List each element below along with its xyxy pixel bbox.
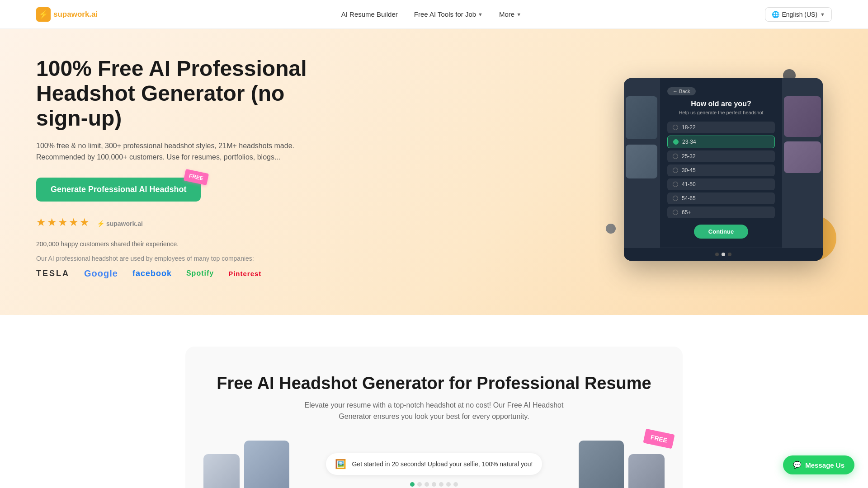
free-badge-section2: FREE [643, 428, 675, 449]
person-image [784, 96, 821, 137]
nav-links: AI Resume Builder Free AI Tools for Job … [335, 7, 528, 22]
progress-dot [446, 482, 451, 487]
logo[interactable]: ⚡ supawork.ai [36, 7, 98, 22]
google-logo: Google [84, 268, 118, 279]
nav-more[interactable]: More ▼ [493, 7, 528, 22]
decorative-circle-gray-bottom [606, 224, 616, 234]
chevron-down-icon: ▼ [820, 12, 825, 17]
chevron-down-icon: ▼ [478, 12, 483, 17]
age-options: 18-22 23-34 25-32 30-45 [667, 122, 775, 218]
navbar: ⚡ supawork.ai AI Resume Builder Free AI … [0, 0, 868, 29]
star-icon: ★ [36, 216, 46, 229]
left-profile-images [203, 441, 289, 488]
progress-dot [417, 482, 422, 487]
hero-section: 100% Free AI Professional Headshot Gener… [0, 29, 868, 315]
brand-logos: TESLA Google facebook Spotify Pinterest [36, 268, 326, 279]
happy-customers-text: 200,000 happy customers shared their exp… [36, 240, 326, 248]
step-info: 🖼️ Get started in 20 seconds! Upload you… [307, 453, 561, 487]
dot-indicator [722, 253, 725, 256]
dot-indicator [728, 253, 731, 256]
radio-icon [673, 154, 678, 159]
question-title: How old are you? [691, 100, 751, 108]
profile-image [628, 454, 665, 488]
back-button[interactable]: ← Back [667, 87, 696, 95]
logo-icon: ⚡ [36, 7, 51, 22]
radio-icon [673, 182, 678, 187]
app-mockup: ← Back How old are you? Help us generate… [624, 78, 823, 261]
star-rating: ★ ★ ★ ★ ★ [36, 216, 90, 229]
globe-icon: 🌐 [772, 11, 779, 18]
section2-title: Free AI Headshot Generator for Professio… [203, 374, 665, 393]
tesla-logo: TESLA [36, 269, 70, 278]
whatsapp-message-button[interactable]: 💬 Message Us [783, 455, 854, 474]
right-profile-images: FREE [579, 441, 665, 488]
spotify-logo: Spotify [186, 269, 214, 277]
generate-cta-button[interactable]: Generate Professional AI Headshot [36, 178, 201, 202]
radio-icon [673, 210, 678, 215]
section2: Free AI Headshot Generator for Professio… [0, 315, 868, 488]
age-option-54[interactable]: 54-65 [667, 192, 775, 204]
nav-resume-builder[interactable]: AI Resume Builder [335, 7, 404, 22]
question-sub: Help us generate the perfect headshot [679, 110, 763, 115]
progress-dot [410, 482, 415, 487]
cta-wrapper: Generate Professional AI Headshot FREE [36, 178, 201, 202]
progress-dot [439, 482, 443, 487]
mockup-right-images [782, 78, 823, 248]
section2-bottom: 🖼️ Get started in 20 seconds! Upload you… [203, 441, 665, 488]
star-icon: ★ [47, 216, 57, 229]
language-selector[interactable]: 🌐 English (US) ▼ [765, 7, 832, 22]
radio-icon [673, 168, 678, 173]
hero-title: 100% Free AI Professional Headshot Gener… [36, 56, 326, 131]
age-option-18[interactable]: 18-22 [667, 122, 775, 133]
nav-right: 🌐 English (US) ▼ [765, 7, 832, 22]
ratings-row: ★ ★ ★ ★ ★ ⚡ supawork.ai [36, 216, 326, 231]
age-option-25[interactable]: 25-32 [667, 150, 775, 162]
profile-image-main [244, 441, 289, 488]
section2-subtitle: Elevate your resume with a top-notch hea… [298, 399, 570, 422]
profile-image [579, 441, 624, 488]
age-option-65[interactable]: 65+ [667, 206, 775, 218]
mockup-center: ← Back How old are you? Help us generate… [660, 78, 782, 248]
person-image [626, 145, 657, 178]
radio-icon [673, 196, 678, 201]
age-option-23[interactable]: 23-34 [667, 136, 775, 148]
progress-dot [432, 482, 436, 487]
hero-left: 100% Free AI Professional Headshot Gener… [36, 56, 326, 279]
age-option-30[interactable]: 30-45 [667, 164, 775, 176]
whatsapp-icon: 💬 [793, 461, 802, 469]
hero-right: ← Back How old are you? Help us generate… [615, 74, 832, 261]
hero-subtitle: 100% free & no limit, 300+ professional … [36, 140, 326, 163]
star-icon: ★ [69, 216, 79, 229]
star-half-icon: ★ [80, 216, 90, 229]
step-text-box: 🖼️ Get started in 20 seconds! Upload you… [326, 453, 542, 475]
dot-indicator [715, 253, 719, 256]
progress-dot [453, 482, 458, 487]
progress-dot [425, 482, 429, 487]
used-by-text: Our AI professional headshot are used by… [36, 255, 326, 262]
upload-icon: 🖼️ [335, 459, 346, 469]
star-icon: ★ [58, 216, 68, 229]
pinterest-logo: Pinterest [228, 270, 261, 277]
mockup-pagination [624, 248, 823, 261]
person-image [626, 96, 657, 139]
profile-image [203, 454, 240, 488]
supawork-small-logo: ⚡ supawork.ai [97, 220, 143, 227]
person-image [784, 141, 821, 173]
chevron-down-icon: ▼ [516, 12, 521, 17]
logo-text: supawork.ai [53, 10, 98, 19]
section2-card: Free AI Headshot Generator for Professio… [185, 347, 683, 488]
continue-button[interactable]: Continue [694, 225, 748, 239]
radio-icon [673, 139, 679, 145]
radio-icon [673, 125, 678, 130]
age-option-41[interactable]: 41-50 [667, 178, 775, 190]
mockup-left-images [624, 78, 660, 248]
facebook-logo: facebook [132, 269, 172, 278]
nav-free-tools[interactable]: Free AI Tools for Job ▼ [408, 7, 489, 22]
progress-dots [410, 482, 458, 487]
